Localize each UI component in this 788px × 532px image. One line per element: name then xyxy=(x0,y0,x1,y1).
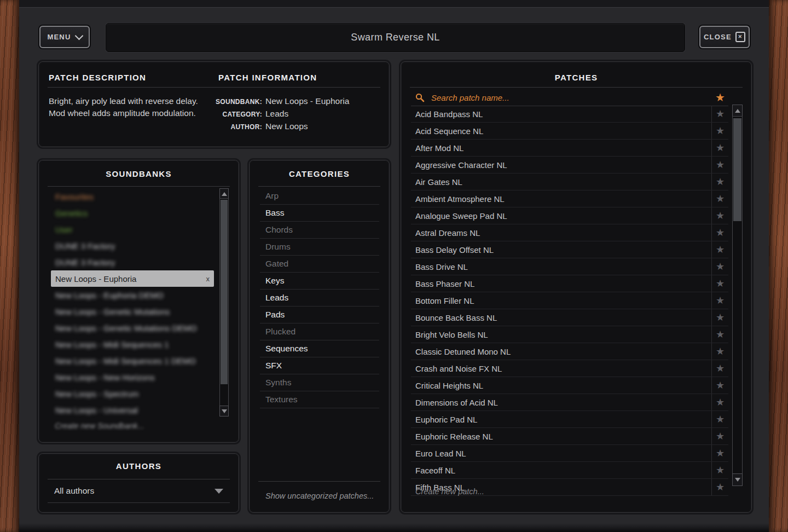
scroll-track[interactable] xyxy=(732,116,743,475)
patch-favourite-toggle[interactable]: ★ xyxy=(711,190,728,207)
soundbank-item[interactable]: Genetics xyxy=(51,205,214,221)
create-soundbank-link[interactable]: Create new Soundbank... xyxy=(55,418,144,434)
category-item[interactable]: Plucked xyxy=(260,323,379,340)
category-item[interactable]: Synths xyxy=(260,374,379,391)
patch-favourite-toggle[interactable]: ★ xyxy=(711,343,728,360)
patch-row[interactable]: Analogue Sweep Pad NL ★ xyxy=(411,207,728,224)
patch-row[interactable]: Aggressive Character NL ★ xyxy=(411,157,728,174)
patch-favourite-toggle[interactable]: ★ xyxy=(711,123,728,139)
patch-favourite-toggle[interactable]: ★ xyxy=(711,275,728,292)
create-patch-link[interactable]: Create new patch... xyxy=(415,483,484,500)
patch-row[interactable]: Bright Velo Bells NL ★ xyxy=(411,326,728,343)
category-item[interactable]: Drums xyxy=(260,239,379,256)
patch-row[interactable]: Euphoric Release NL ★ xyxy=(411,428,728,445)
remove-soundbank-button[interactable]: x xyxy=(206,275,210,283)
patch-favourite-toggle[interactable]: ★ xyxy=(711,224,728,241)
soundbank-item[interactable]: User xyxy=(51,221,214,238)
soundbank-item[interactable]: New Loops - Genetic Mutations xyxy=(51,303,214,320)
scroll-up-button[interactable] xyxy=(219,188,229,199)
patch-favourite-toggle[interactable]: ★ xyxy=(711,106,728,122)
patch-row[interactable]: Crash and Noise FX NL ★ xyxy=(411,360,728,377)
scroll-track[interactable] xyxy=(219,198,229,407)
patch-favourite-toggle[interactable]: ★ xyxy=(711,377,728,394)
scroll-thumb[interactable] xyxy=(733,118,741,221)
patch-favourite-toggle[interactable]: ★ xyxy=(711,174,728,190)
star-icon: ★ xyxy=(716,109,725,119)
patch-favourite-toggle[interactable]: ★ xyxy=(711,428,728,444)
star-icon: ★ xyxy=(716,296,725,305)
patch-name: Astral Dreams NL xyxy=(411,228,711,238)
scroll-up-button[interactable] xyxy=(732,105,743,117)
category-item-label: Pads xyxy=(265,310,285,319)
patch-row[interactable]: Acid Bandpass NL ★ xyxy=(411,106,728,123)
patches-scrollbar[interactable] xyxy=(732,105,743,486)
patch-favourite-toggle[interactable]: ★ xyxy=(711,411,728,427)
soundbank-item[interactable]: DUNE 3 Factory xyxy=(51,254,214,270)
patch-favourite-toggle[interactable]: ★ xyxy=(711,445,728,461)
soundbank-item[interactable]: New Loops - Euphoria DEMO xyxy=(51,287,214,303)
category-item[interactable]: Arp xyxy=(260,188,379,205)
patch-row[interactable]: After Mod NL ★ xyxy=(411,140,728,157)
patch-row[interactable]: Bass Delay Offset NL ★ xyxy=(411,241,728,258)
scroll-thumb[interactable] xyxy=(221,200,228,384)
patch-row[interactable]: Classic Detuned Mono NL ★ xyxy=(411,343,728,360)
soundbank-item[interactable]: New Loops - Genetic Mutations DEMO xyxy=(51,320,214,336)
soundbank-item[interactable]: New Loops - Midi Sequences 1 DEMO xyxy=(51,352,214,369)
scroll-down-button[interactable] xyxy=(219,406,229,417)
patch-row[interactable]: Bass Phaser NL ★ xyxy=(411,275,728,292)
soundbank-item[interactable]: DUNE 3 Factory xyxy=(51,238,214,254)
patch-favourite-toggle[interactable]: ★ xyxy=(711,140,728,156)
patch-favourite-toggle[interactable]: ★ xyxy=(711,292,728,309)
patch-favourite-toggle[interactable]: ★ xyxy=(711,326,728,343)
patch-favourite-toggle[interactable]: ★ xyxy=(711,462,728,478)
patch-row[interactable]: Euro Lead NL ★ xyxy=(411,445,728,462)
soundbank-item[interactable]: Favourites xyxy=(51,188,214,205)
category-item[interactable]: SFX xyxy=(260,357,379,374)
patch-name: Classic Detuned Mono NL xyxy=(411,347,711,356)
category-item[interactable]: Gated xyxy=(260,256,379,273)
category-item[interactable]: Sequences xyxy=(260,340,379,357)
patch-favourite-toggle[interactable]: ★ xyxy=(711,394,728,410)
patch-row[interactable]: Euphoric Pad NL ★ xyxy=(411,411,728,428)
category-item[interactable]: Chords xyxy=(260,222,379,239)
authors-dropdown[interactable]: All authors xyxy=(48,479,230,503)
header-divider xyxy=(258,186,380,187)
patch-row[interactable]: Critical Heights NL ★ xyxy=(411,377,728,394)
favourites-filter-star-icon[interactable]: ★ xyxy=(712,91,728,104)
category-item[interactable]: Textures xyxy=(260,391,379,408)
soundbank-item[interactable]: New Loops - Euphoria x xyxy=(51,270,214,287)
patch-favourite-toggle[interactable]: ★ xyxy=(711,207,728,224)
scroll-down-button[interactable] xyxy=(732,473,743,486)
patch-row[interactable]: Faceoff NL ★ xyxy=(411,462,728,479)
patch-search-input[interactable] xyxy=(430,92,712,103)
patch-row[interactable]: Bounce Back Bass NL ★ xyxy=(411,309,728,326)
patch-row[interactable]: Ambient Atmosphere NL ★ xyxy=(411,190,728,207)
category-item[interactable]: Leads xyxy=(260,290,379,307)
soundbanks-scrollbar[interactable] xyxy=(219,188,229,417)
header-divider xyxy=(410,87,743,88)
category-item[interactable]: Bass xyxy=(260,205,379,222)
soundbank-item[interactable]: New Loops - Spectrum xyxy=(51,385,214,402)
close-button[interactable]: CLOSE ✕ xyxy=(699,26,750,48)
scroll-down-icon xyxy=(735,478,740,482)
soundbank-item[interactable]: New Loops - Universal xyxy=(51,402,214,418)
patch-row[interactable]: Bass Drive NL ★ xyxy=(411,258,728,275)
patch-row[interactable]: Astral Dreams NL ★ xyxy=(411,224,728,241)
show-uncategorized-link[interactable]: Show uncategorized patches... xyxy=(265,491,374,500)
category-item[interactable]: Keys xyxy=(260,273,379,290)
category-item-label: Arp xyxy=(265,191,279,200)
patch-favourite-toggle[interactable]: ★ xyxy=(711,258,728,275)
patch-favourite-toggle[interactable]: ★ xyxy=(711,241,728,258)
patch-favourite-toggle[interactable]: ★ xyxy=(711,157,728,173)
soundbank-item[interactable]: New Loops - New Horizons xyxy=(51,369,214,385)
menu-button[interactable]: MENU xyxy=(39,26,90,48)
patch-favourite-toggle[interactable]: ★ xyxy=(711,309,728,326)
patch-row[interactable]: Dimensions of Acid NL ★ xyxy=(411,394,728,411)
patch-row[interactable]: Bottom Filler NL ★ xyxy=(411,292,728,309)
patch-row[interactable]: Acid Sequence NL ★ xyxy=(411,123,728,140)
category-item[interactable]: Pads xyxy=(260,307,379,323)
patch-favourite-toggle[interactable]: ★ xyxy=(711,479,728,495)
soundbank-item[interactable]: New Loops - Midi Sequences 1 xyxy=(51,336,214,352)
patch-favourite-toggle[interactable]: ★ xyxy=(711,360,728,377)
patch-row[interactable]: Air Gates NL ★ xyxy=(411,174,728,190)
